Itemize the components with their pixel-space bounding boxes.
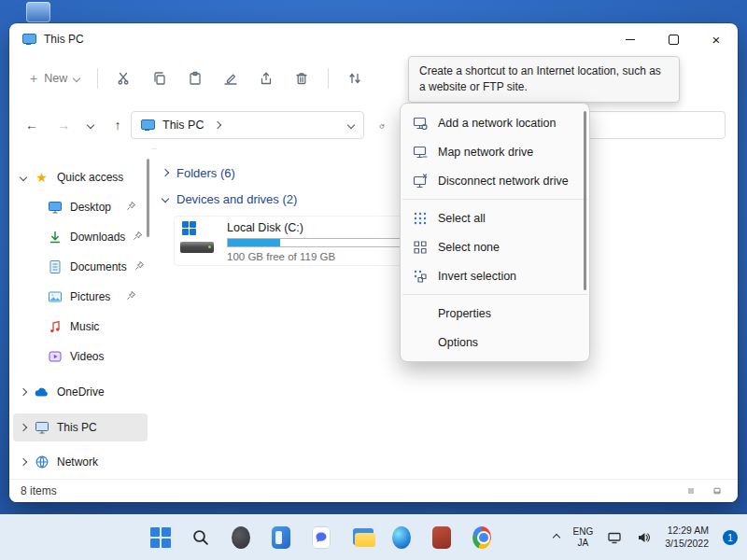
- maximize-button[interactable]: [652, 23, 695, 55]
- sidebar-scrollbar[interactable]: [147, 159, 149, 237]
- paste-button[interactable]: [177, 63, 213, 94]
- downloads-icon: [47, 230, 63, 245]
- chevron-right-icon[interactable]: [20, 458, 27, 466]
- chrome-browser-icon: [472, 526, 491, 549]
- breadcrumb-location[interactable]: This PC: [162, 119, 204, 132]
- time-label: 12:29 AM: [665, 525, 709, 538]
- thumbnail-view-icon: [713, 484, 721, 497]
- sidebar-item-documents[interactable]: Documents: [13, 253, 148, 281]
- network-tray-button[interactable]: [605, 528, 624, 547]
- refresh-icon: [379, 119, 385, 133]
- sidebar-item-videos[interactable]: Videos: [13, 343, 148, 371]
- large-icons-view-button[interactable]: [708, 483, 726, 499]
- add-network-location-icon: [412, 116, 429, 131]
- file-explorer-icon: [352, 526, 371, 549]
- sidebar-item-pictures[interactable]: Pictures: [13, 283, 148, 311]
- sidebar-item-onedrive[interactable]: OneDrive: [13, 378, 148, 406]
- browser-button[interactable]: [467, 523, 497, 553]
- tray-overflow-button[interactable]: [552, 533, 561, 542]
- chevron-down-icon[interactable]: [20, 174, 27, 181]
- select-none-icon: [412, 240, 429, 255]
- sidebar-item-quick-access[interactable]: ★ Quick access: [13, 163, 148, 191]
- menu-item-options[interactable]: Options: [404, 328, 585, 357]
- network-globe-icon: [34, 455, 49, 469]
- menu-item-label: Select none: [438, 241, 500, 254]
- copy-button[interactable]: [142, 63, 177, 94]
- navigation-pane: ★ Quick access Desktop Downloads: [9, 148, 151, 480]
- menu-item-add-network-location[interactable]: Add a network location: [404, 108, 585, 137]
- menu-item-select-none[interactable]: Select none: [404, 232, 585, 261]
- chat-button[interactable]: [306, 523, 336, 553]
- chevron-down-icon: [87, 121, 94, 129]
- minimize-icon: [626, 39, 635, 40]
- drive-item-local-disk-c[interactable]: Local Disk (C:) 100 GB free of 119 GB: [174, 216, 435, 266]
- ime-label: JA: [573, 538, 594, 550]
- window-title: This PC: [44, 33, 84, 46]
- menu-item-select-all[interactable]: Select all: [404, 203, 585, 232]
- details-view-button[interactable]: [682, 483, 700, 499]
- volume-tray-button[interactable]: [634, 528, 653, 547]
- sort-button[interactable]: [337, 63, 373, 94]
- widgets-button[interactable]: [266, 523, 296, 553]
- up-button[interactable]: ↑: [105, 112, 131, 138]
- cut-button[interactable]: [106, 63, 142, 94]
- language-indicator[interactable]: ENG JA: [571, 525, 596, 552]
- sidebar-item-label: Pictures: [70, 290, 110, 303]
- task-view-button[interactable]: [226, 523, 256, 553]
- refresh-button[interactable]: [374, 118, 390, 134]
- sidebar-item-network[interactable]: Network: [13, 448, 148, 476]
- sidebar-item-label: This PC: [57, 421, 97, 434]
- system-tray: ENG JA 12:29 AM 3/15/2022 1: [552, 515, 740, 560]
- sidebar-item-label: Quick access: [57, 171, 123, 184]
- start-button[interactable]: [146, 523, 176, 553]
- blank-icon: [412, 306, 429, 321]
- share-icon: [259, 71, 274, 86]
- chevron-down-icon[interactable]: [347, 121, 355, 129]
- recent-locations-button[interactable]: [82, 112, 99, 138]
- menu-item-invert-selection[interactable]: Invert selection: [404, 261, 585, 290]
- file-explorer-button[interactable]: [346, 523, 376, 553]
- close-button[interactable]: ×: [695, 23, 738, 55]
- forward-button[interactable]: →: [50, 112, 77, 138]
- minimize-button[interactable]: [609, 23, 652, 55]
- menu-item-map-network-drive[interactable]: Map network drive: [404, 137, 585, 166]
- chevron-right-icon[interactable]: [20, 424, 27, 431]
- delete-button[interactable]: [284, 63, 319, 94]
- paste-icon: [188, 71, 203, 86]
- recycle-bin-icon[interactable]: [26, 2, 50, 22]
- pictures-icon: [47, 289, 63, 304]
- sidebar-item-desktop[interactable]: Desktop: [13, 193, 148, 221]
- edge-button[interactable]: [387, 523, 416, 553]
- chevron-up-icon: [552, 534, 559, 541]
- chevron-down-icon[interactable]: [162, 195, 169, 203]
- menu-item-label: Map network drive: [438, 146, 533, 159]
- chat-bubble-icon: [312, 526, 331, 549]
- chevron-right-icon[interactable]: [20, 388, 27, 396]
- search-button[interactable]: [186, 523, 216, 553]
- edge-browser-icon: [392, 526, 411, 549]
- sidebar-item-label: Music: [70, 320, 99, 333]
- sidebar-item-music[interactable]: Music: [13, 313, 148, 341]
- back-button[interactable]: ←: [19, 112, 45, 138]
- notification-center-button[interactable]: 1: [721, 528, 740, 547]
- new-button[interactable]: + New: [21, 65, 89, 91]
- pin-icon: [133, 231, 143, 244]
- speaker-icon: [636, 530, 651, 545]
- sidebar-item-downloads[interactable]: Downloads: [13, 223, 148, 251]
- clock[interactable]: 12:29 AM 3/15/2022: [663, 523, 711, 552]
- sidebar-item-label: Documents: [70, 260, 127, 273]
- sidebar-item-this-pc[interactable]: This PC: [13, 413, 148, 441]
- search-icon: [191, 528, 210, 547]
- chevron-right-icon[interactable]: [162, 169, 169, 176]
- menu-item-disconnect-network-drive[interactable]: Disconnect network drive: [404, 166, 585, 195]
- rename-button[interactable]: [213, 63, 248, 94]
- task-view-icon: [232, 526, 250, 549]
- share-button[interactable]: [248, 63, 284, 94]
- menu-item-properties[interactable]: Properties: [404, 299, 585, 328]
- back-arrow-icon: ←: [25, 118, 38, 133]
- store-button[interactable]: [427, 523, 457, 553]
- title-bar: This PC ×: [9, 23, 738, 55]
- menu-scrollbar[interactable]: [584, 111, 586, 290]
- breadcrumb[interactable]: This PC: [131, 111, 364, 139]
- chevron-right-icon[interactable]: [214, 121, 221, 129]
